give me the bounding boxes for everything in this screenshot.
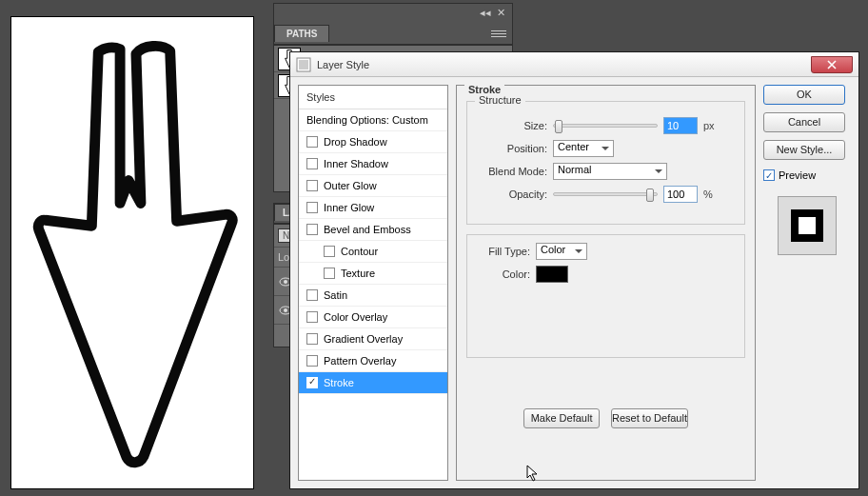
stroke-settings-panel: Stroke Structure Size: px Position: Cent… (456, 85, 756, 481)
style-item-pattern-overlay[interactable]: Pattern Overlay (299, 350, 447, 372)
dialog-icon (296, 57, 311, 72)
fill-type-select[interactable]: Color (536, 243, 587, 260)
size-input[interactable] (663, 117, 698, 134)
preview-thumbnail (778, 196, 837, 255)
dialog-titlebar[interactable]: Layer Style (290, 52, 858, 77)
cancel-button[interactable]: Cancel (763, 112, 845, 132)
layer-style-dialog: Layer Style Styles Blending Options: Cus… (289, 51, 859, 489)
size-unit: px (703, 120, 715, 131)
svg-point-1 (284, 280, 287, 284)
style-item-bevel-emboss[interactable]: Bevel and Emboss (299, 219, 447, 241)
color-label: Color: (477, 268, 530, 280)
fill-group: Fill Type: Color Color: (466, 234, 745, 358)
size-slider[interactable] (553, 124, 658, 128)
preview-label: Preview (779, 169, 816, 181)
svg-point-3 (284, 308, 287, 312)
dialog-title: Layer Style (317, 59, 369, 70)
panel-collapse-icon[interactable]: ◂◂ (480, 7, 491, 18)
blend-mode-select[interactable]: Normal (553, 163, 667, 180)
preview-checkbox[interactable]: Preview (763, 169, 851, 181)
color-swatch[interactable] (536, 266, 568, 283)
style-item-texture[interactable]: Texture (299, 263, 447, 285)
blend-mode-label: Blend Mode: (477, 166, 547, 177)
position-select[interactable]: Center (553, 140, 614, 157)
styles-list: Styles Blending Options: Custom Drop Sha… (298, 85, 448, 481)
opacity-slider[interactable] (553, 192, 658, 196)
style-item-drop-shadow[interactable]: Drop Shadow (299, 131, 447, 153)
ok-button[interactable]: OK (763, 85, 845, 105)
dialog-right-column: OK Cancel New Style... Preview (763, 85, 851, 481)
position-label: Position: (477, 143, 547, 154)
style-item-gradient-overlay[interactable]: Gradient Overlay (299, 328, 447, 350)
style-item-inner-shadow[interactable]: Inner Shadow (299, 153, 447, 175)
panel-close-icon[interactable]: ✕ (495, 7, 506, 18)
structure-group: Structure Size: px Position: Center Blen… (466, 101, 745, 225)
structure-label: Structure (475, 94, 525, 106)
reset-default-button[interactable]: Reset to Default (611, 408, 688, 428)
opacity-label: Opacity: (477, 188, 547, 200)
make-default-button[interactable]: Make Default (523, 408, 600, 428)
style-item-satin[interactable]: Satin (299, 285, 447, 307)
opacity-unit: % (703, 188, 713, 200)
style-item-inner-glow[interactable]: Inner Glow (299, 197, 447, 219)
size-label: Size: (477, 120, 547, 131)
style-item-color-overlay[interactable]: Color Overlay (299, 307, 447, 328)
fill-type-label: Fill Type: (477, 246, 530, 257)
style-item-outer-glow[interactable]: Outer Glow (299, 175, 447, 197)
paths-panel-header: ◂◂ ✕ PATHS (273, 3, 513, 45)
canvas-arrow-shape (11, 17, 253, 488)
opacity-input[interactable] (663, 186, 698, 203)
style-item-contour[interactable]: Contour (299, 241, 447, 263)
styles-header[interactable]: Styles (299, 86, 447, 109)
style-item-stroke[interactable]: Stroke (299, 372, 447, 394)
close-icon (827, 60, 837, 69)
new-style-button[interactable]: New Style... (763, 140, 845, 160)
svg-rect-5 (299, 60, 308, 69)
paths-tab[interactable]: PATHS (274, 25, 329, 42)
canvas-document (10, 16, 254, 489)
close-button[interactable] (811, 56, 853, 73)
checkbox-icon (763, 169, 775, 181)
panel-menu-icon[interactable] (491, 29, 506, 38)
cursor-icon (526, 465, 540, 482)
blending-options-item[interactable]: Blending Options: Custom (299, 109, 447, 131)
